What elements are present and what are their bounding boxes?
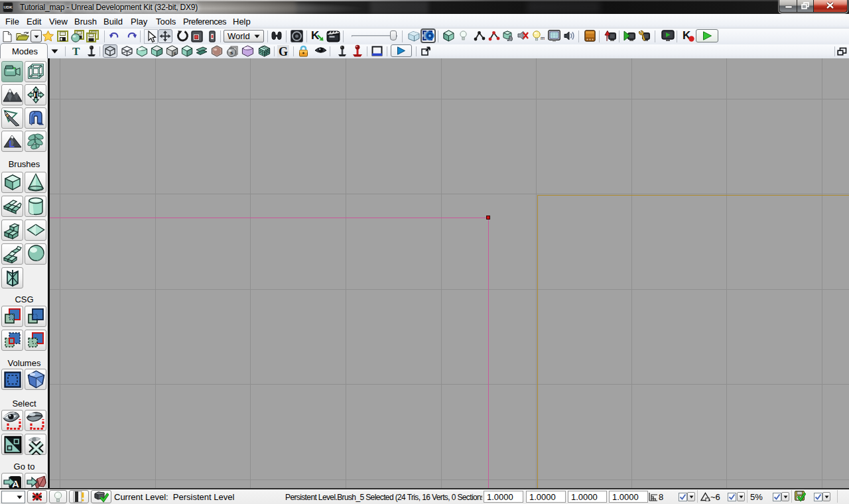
svg-text:s: s [230, 50, 233, 56]
svg-text:L: L [9, 139, 15, 149]
svg-text:m: m [541, 35, 545, 41]
svg-text:T: T [33, 90, 40, 100]
svg-text:s: s [174, 50, 177, 56]
